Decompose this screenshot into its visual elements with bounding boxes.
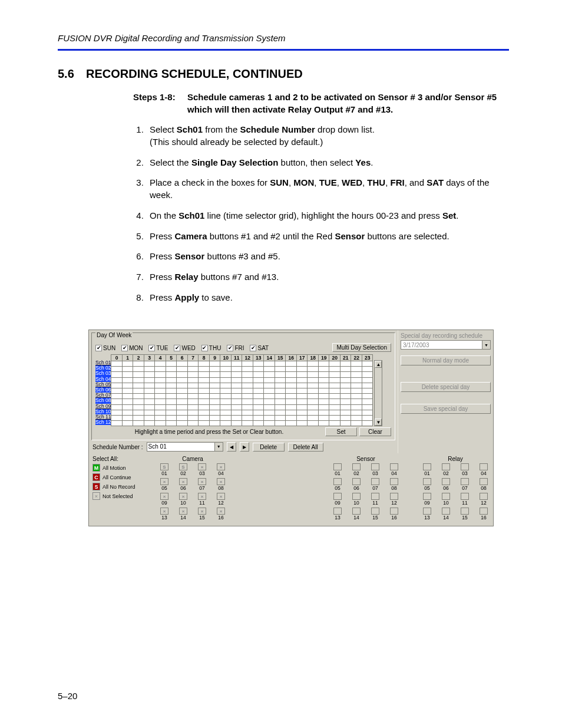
sensor-button-12[interactable]: 12 bbox=[388, 493, 400, 506]
relay-button-10[interactable]: 10 bbox=[440, 493, 452, 506]
camera-button-13[interactable]: ×13 bbox=[158, 508, 170, 521]
sensor-button-6[interactable]: 06 bbox=[351, 478, 362, 491]
sensor-button-15[interactable]: 15 bbox=[369, 508, 381, 521]
schedule-number-label: Schedule Number : bbox=[92, 444, 143, 450]
schedule-row-label[interactable]: Sch 12 bbox=[95, 420, 111, 425]
section-number: 5.6 bbox=[58, 67, 86, 81]
schedule-panel: Day Of Week ✔SUN✔MON✔TUE✔WED✔THU✔FRI✔SAT… bbox=[88, 330, 494, 526]
dow-check-sat[interactable]: ✔SAT bbox=[250, 345, 269, 351]
select-all-group: Select All: MAll MotionCAll ContinueSAll… bbox=[92, 456, 154, 522]
page-number: 5–20 bbox=[58, 691, 77, 701]
relay-button-2[interactable]: 02 bbox=[440, 463, 452, 476]
sensor-button-4[interactable]: 04 bbox=[388, 463, 400, 476]
next-button[interactable]: ▶ bbox=[240, 442, 249, 452]
camera-button-10[interactable]: ×10 bbox=[177, 493, 189, 506]
sensor-button-14[interactable]: 14 bbox=[351, 508, 362, 521]
relay-button-4[interactable]: 04 bbox=[478, 463, 490, 476]
sensor-button-1[interactable]: 01 bbox=[332, 463, 343, 476]
camera-button-16[interactable]: ×16 bbox=[215, 508, 227, 521]
sensor-label: Sensor bbox=[332, 456, 400, 462]
header-rule bbox=[58, 49, 509, 51]
camera-button-3[interactable]: ×03 bbox=[196, 463, 208, 476]
relay-button-9[interactable]: 09 bbox=[421, 493, 433, 506]
sensor-button-16[interactable]: 16 bbox=[388, 508, 400, 521]
clear-button[interactable]: Clear bbox=[359, 427, 391, 436]
scroll-down-icon[interactable]: ▼ bbox=[375, 419, 382, 426]
chevron-down-icon[interactable]: ▼ bbox=[482, 341, 490, 349]
sensor-button-7[interactable]: 07 bbox=[369, 478, 381, 491]
save-special-button[interactable]: Save special day bbox=[401, 404, 491, 414]
camera-button-11[interactable]: ×11 bbox=[196, 493, 208, 506]
special-day-date[interactable]: 3/17/2003▼ bbox=[401, 340, 491, 350]
sensor-button-11[interactable]: 11 bbox=[369, 493, 381, 506]
sensor-button-3[interactable]: 03 bbox=[369, 463, 381, 476]
sensor-button-5[interactable]: 05 bbox=[332, 478, 343, 491]
select-all-all-continue[interactable]: CAll Continue bbox=[92, 473, 154, 481]
camera-button-14[interactable]: ×14 bbox=[177, 508, 189, 521]
camera-button-2[interactable]: S02 bbox=[177, 463, 189, 476]
steps-header: Steps 1-8: Schedule cameras 1 and 2 to b… bbox=[133, 91, 509, 116]
relay-button-3[interactable]: 03 bbox=[459, 463, 471, 476]
grid-hint: Highlight a time period and press the Se… bbox=[95, 429, 323, 435]
dow-check-fri[interactable]: ✔FRI bbox=[227, 345, 244, 351]
chevron-down-icon[interactable]: ▼ bbox=[214, 443, 223, 451]
sensor-button-8[interactable]: 08 bbox=[388, 478, 400, 491]
relay-button-12[interactable]: 12 bbox=[478, 493, 490, 506]
schedule-main: Day Of Week ✔SUN✔MON✔TUE✔WED✔THU✔FRI✔SAT… bbox=[89, 330, 398, 453]
sensor-button-9[interactable]: 09 bbox=[332, 493, 343, 506]
step-8: Press Apply to save. bbox=[146, 292, 509, 304]
camera-button-1[interactable]: S01 bbox=[158, 463, 170, 476]
dow-check-wed[interactable]: ✔WED bbox=[174, 345, 195, 351]
sensor-button-2[interactable]: 02 bbox=[351, 463, 362, 476]
sensor-button-13[interactable]: 13 bbox=[332, 508, 343, 521]
relay-group: Relay 01020304050607080910111213141516 bbox=[421, 456, 490, 522]
multi-day-button[interactable]: Multi Day Selection bbox=[332, 343, 391, 352]
sensor-group: Sensor 01020304050607080910111213141516 bbox=[332, 456, 400, 522]
delete-special-button[interactable]: Delete special day bbox=[401, 382, 491, 392]
steps-text: Schedule cameras 1 and 2 to be activated… bbox=[187, 91, 509, 116]
camera-button-6[interactable]: ×06 bbox=[177, 478, 189, 491]
relay-button-11[interactable]: 11 bbox=[459, 493, 471, 506]
prev-button[interactable]: ◀ bbox=[227, 442, 236, 452]
dow-check-thu[interactable]: ✔THU bbox=[201, 345, 222, 351]
camera-button-15[interactable]: ×15 bbox=[196, 508, 208, 521]
schedule-grid: Sch 01Sch 02Sch 03Sch 04Sch 05Sch 06Sch … bbox=[92, 354, 395, 426]
step-5: Press Camera buttons #1 and #2 until the… bbox=[146, 230, 509, 243]
relay-button-8[interactable]: 08 bbox=[478, 478, 490, 491]
grid-scrollbar[interactable]: ▲ ▼ bbox=[374, 360, 382, 426]
special-day-title: Special day recording schedule bbox=[401, 332, 491, 339]
delete-button[interactable]: Delete bbox=[253, 443, 285, 452]
delete-all-button[interactable]: Delete All bbox=[288, 443, 323, 452]
running-header: FUSION DVR Digital Recording and Transmi… bbox=[58, 33, 509, 43]
schedule-number-combo[interactable]: Sch 01▼ bbox=[147, 442, 223, 452]
relay-button-16[interactable]: 16 bbox=[478, 508, 490, 521]
dow-check-tue[interactable]: ✔TUE bbox=[148, 345, 168, 351]
normal-day-button[interactable]: Normal day mode bbox=[401, 355, 491, 365]
dow-check-sun[interactable]: ✔SUN bbox=[95, 345, 115, 351]
dow-check-mon[interactable]: ✔MON bbox=[121, 345, 143, 351]
time-grid[interactable]: 01234567891011121314151617181920212223 bbox=[111, 354, 373, 426]
select-all-all-no-record[interactable]: SAll No Record bbox=[92, 483, 154, 490]
select-all-all-motion[interactable]: MAll Motion bbox=[92, 464, 154, 472]
relay-button-6[interactable]: 06 bbox=[440, 478, 452, 491]
sensor-button-10[interactable]: 10 bbox=[351, 493, 362, 506]
step-7: Press Relay buttons #7 and #13. bbox=[146, 271, 509, 284]
camera-button-9[interactable]: ×09 bbox=[158, 493, 170, 506]
camera-button-4[interactable]: ×04 bbox=[215, 463, 227, 476]
steps-label: Steps 1-8: bbox=[133, 91, 187, 116]
relay-button-15[interactable]: 15 bbox=[459, 508, 471, 521]
relay-button-13[interactable]: 13 bbox=[421, 508, 433, 521]
camera-button-12[interactable]: ×12 bbox=[215, 493, 227, 506]
relay-button-1[interactable]: 01 bbox=[421, 463, 433, 476]
camera-button-5[interactable]: ×05 bbox=[158, 478, 170, 491]
relay-button-14[interactable]: 14 bbox=[440, 508, 452, 521]
dow-row: ✔SUN✔MON✔TUE✔WED✔THU✔FRI✔SAT Multi Day S… bbox=[92, 342, 395, 354]
select-all-not-selected[interactable]: ×Not Selected bbox=[92, 492, 154, 500]
scroll-up-icon[interactable]: ▲ bbox=[375, 361, 382, 368]
relay-button-5[interactable]: 05 bbox=[421, 478, 433, 491]
step-2: Select the Single Day Selection button, … bbox=[146, 157, 509, 169]
camera-button-7[interactable]: ×07 bbox=[196, 478, 208, 491]
set-button[interactable]: Set bbox=[325, 427, 357, 436]
camera-button-8[interactable]: ×08 bbox=[215, 478, 227, 491]
relay-button-7[interactable]: 07 bbox=[459, 478, 471, 491]
